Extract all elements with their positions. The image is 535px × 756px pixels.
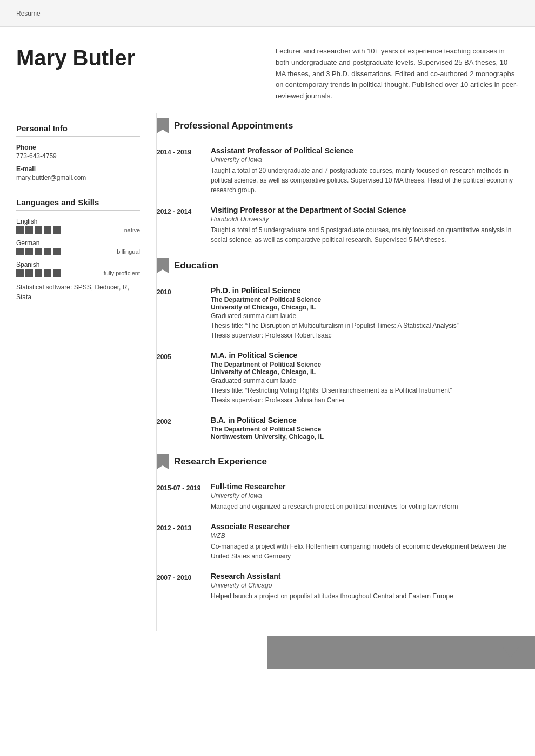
phone-label: Phone [16,144,140,151]
lang-bar [25,269,33,277]
entry-title: Full-time Researcher [211,482,519,491]
entry-subtitle: University of Iowa [211,156,519,164]
list-item: 2012 - 2013 Associate Researcher WZB Co-… [157,522,519,561]
lang-bar [16,226,24,234]
bookmark-icon [157,118,169,133]
lang-bar [53,226,61,234]
research-experience-title: Research Experience [174,456,267,467]
entry-department: The Department of Political Science [211,426,519,433]
lang-bar [44,269,51,277]
lang-name: English [16,218,140,225]
lang-level: billingual [117,248,140,255]
summary-text: Lecturer and researcher with 10+ years o… [276,47,518,100]
lang-bar-row: billingual [16,248,140,255]
research-experience-header: Research Experience [157,454,519,474]
language-item: German billingual [16,239,140,255]
entry-institution: University of Chicago, Chicago, IL [211,368,519,376]
lang-bar [44,226,51,234]
lang-bars [16,226,61,234]
bookmark-icon-edu [157,258,169,273]
lang-bar [25,226,33,234]
entry-title: Associate Researcher [211,522,519,531]
lang-skills-section: Languages and Skills English native Germ… [16,198,140,302]
entry-date: 2005 [157,351,211,405]
lang-bar [53,269,61,277]
entry-department: The Department of Political Science [211,361,519,368]
entry-body: B.A. in Political Science The Department… [211,416,519,441]
top-bar-label: Resume [16,10,41,17]
entry-honor: Graduated summa cum laude [211,376,519,386]
bottom-arrow [0,636,535,663]
entry-desc: Managed and organized a research project… [211,502,519,511]
header-summary: Lecturer and researcher with 10+ years o… [265,43,519,102]
entry-body: Full-time Researcher University of Iowa … [211,482,519,511]
entry-title: B.A. in Political Science [211,416,519,424]
candidate-name: Mary Butler [16,46,265,70]
entry-desc: Taught a total of 20 undergraduate and 7… [211,166,519,195]
personal-info-title: Personal Info [16,124,140,137]
phone-value: 773-643-4759 [16,152,140,160]
entry-date: 2002 [157,416,211,441]
entry-body: Assistant Professor of Political Science… [211,146,519,195]
top-bar: Resume [0,0,535,27]
lang-skills-title: Languages and Skills [16,198,140,211]
entry-body: Associate Researcher WZB Co-managed a pr… [211,522,519,561]
entry-title: M.A. in Political Science [211,351,519,360]
entry-date: 2007 - 2010 [157,572,211,601]
entry-date: 2012 - 2014 [157,206,211,245]
lang-bars [16,248,61,255]
education-entries: 2010 Ph.D. in Political Science The Depa… [157,286,519,441]
list-item: 2014 - 2019 Assistant Professor of Polit… [157,146,519,195]
email-value: mary.buttler@gmail.com [16,174,140,181]
entry-title: Ph.D. in Political Science [211,286,519,295]
footer-area [0,636,535,669]
bottom-arrow-shape [503,647,519,658]
lang-bar [25,248,33,255]
lang-level: fully proficient [104,270,140,276]
entry-institution: University of Chicago, Chicago, IL [211,303,519,311]
entry-thesis: Thesis title: “The Disruption of Multicu… [211,321,519,330]
entry-date: 2015-07 - 2019 [157,482,211,511]
education-title: Education [174,260,218,271]
main-layout: Personal Info Phone 773-643-4759 E-mail … [0,113,535,631]
entry-date: 2012 - 2013 [157,522,211,561]
entry-date: 2010 [157,286,211,340]
lang-bar-row: fully proficient [16,269,140,277]
education-section: Education 2010 Ph.D. in Political Scienc… [157,258,519,441]
email-label: E-mail [16,165,140,173]
professional-appointments-header: Professional Appointments [157,118,519,138]
entry-honor: Graduated summa cum laude [211,311,519,321]
education-header: Education [157,258,519,278]
entry-thesis: Thesis title: “Restricting Voting Rights… [211,386,519,395]
header-left: Mary Butler [16,43,265,102]
list-item: 2002 B.A. in Political Science The Depar… [157,416,519,441]
right-content: Professional Appointments 2014 - 2019 As… [157,113,535,631]
lang-bar [35,226,42,234]
lang-bar-row: native [16,226,140,234]
list-item: 2007 - 2010 Research Assistant Universit… [157,572,519,601]
entry-body: Visiting Professor at the Department of … [211,206,519,245]
sidebar: Personal Info Phone 773-643-4759 E-mail … [0,113,157,631]
research-entries: 2015-07 - 2019 Full-time Researcher Univ… [157,482,519,601]
list-item: 2012 - 2014 Visiting Professor at the De… [157,206,519,245]
language-item: English native [16,218,140,234]
entry-supervisor: Thesis supervisor: Professor Robert Isaa… [211,330,519,340]
entry-title: Assistant Professor of Political Science [211,146,519,155]
entry-body: Ph.D. in Political Science The Departmen… [211,286,519,340]
lang-bar [44,248,51,255]
research-experience-section: Research Experience 2015-07 - 2019 Full-… [157,454,519,601]
lang-bar [16,269,24,277]
entry-title: Visiting Professor at the Department of … [211,206,519,214]
entry-title: Research Assistant [211,572,519,580]
lang-bar [35,248,42,255]
entry-subtitle: University of Chicago [211,582,519,589]
language-list: English native German billingual Spanish… [16,218,140,277]
entry-institution: Northwestern University, Chicago, IL [211,433,519,441]
entry-subtitle: WZB [211,532,519,539]
lang-bar [16,248,24,255]
entry-subtitle: Humboldt University [211,215,519,223]
entry-desc: Co-managed a project with Felix Hoffenhe… [211,542,519,561]
lang-bar [53,248,61,255]
professional-appointments-section: Professional Appointments 2014 - 2019 As… [157,118,519,245]
list-item: 2005 M.A. in Political Science The Depar… [157,351,519,405]
